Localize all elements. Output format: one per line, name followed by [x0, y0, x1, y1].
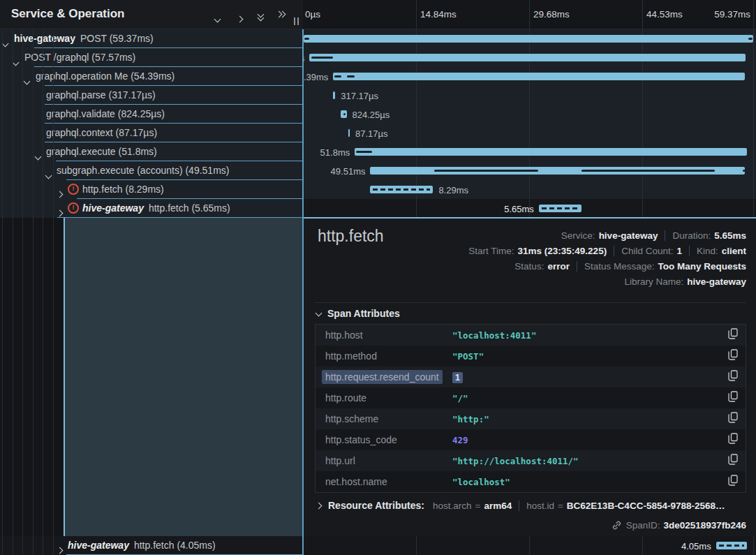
error-icon: ! [68, 184, 79, 195]
selected-span-region [64, 218, 303, 536]
tree-row[interactable]: graphql.execute (51.8ms) [0, 142, 303, 161]
span-bar[interactable] [539, 205, 581, 212]
chevron-down-icon[interactable] [3, 36, 8, 49]
span-bar[interactable] [370, 167, 745, 175]
span-bar[interactable] [333, 73, 745, 80]
duration-label: 824.25µs [353, 110, 390, 120]
meta-library: Library Name:hive-gateway [624, 276, 746, 287]
copy-icon[interactable] [720, 433, 746, 447]
duration-label: 5.65ms [504, 204, 534, 214]
duration-label: 317.17µs [341, 91, 378, 101]
tick-label: 59.37ms [714, 9, 750, 20]
meta-service: Service:hive-gateway [561, 230, 658, 241]
attribute-row[interactable]: http.url"http://localhost:4011/" [316, 450, 746, 471]
span-label: graphql.context (87.17µs) [46, 124, 157, 142]
copy-icon[interactable] [720, 454, 746, 468]
chevron-down-icon[interactable] [36, 149, 40, 162]
panel-header: Service & Operation [0, 0, 303, 29]
tree-row[interactable]: graphql.parse (317.17µs) [0, 86, 303, 105]
span-label: graphql.parse (317.17µs) [46, 86, 156, 104]
trace-viewer: 0µs 14.84ms 29.68ms 44.53ms 59.37ms 57.5… [0, 0, 756, 555]
panel-divider[interactable] [302, 29, 304, 555]
span-label: graphql.validate (824.25µs) [46, 105, 165, 123]
service-name: hive-gateway [82, 202, 144, 214]
tree-row[interactable]: subgraph.execute (accounts) (49.51ms) [0, 161, 303, 180]
duration-label: 4.05ms [681, 541, 711, 552]
duration-label: 49.51ms [331, 166, 366, 177]
span-label: subgraph.execute (accounts) (49.51ms) [57, 161, 229, 179]
tree-row[interactable]: graphql.validate (824.25µs) [0, 105, 303, 124]
duration-label: 51.8ms [320, 147, 350, 158]
attribute-row[interactable]: http.host"localhost:4011" [316, 325, 746, 346]
chevron-down-icon[interactable] [13, 55, 18, 68]
span-bar[interactable] [348, 129, 350, 137]
span-attributes-header[interactable]: Span Attributes [316, 308, 400, 319]
meta-status-message: Status Message:Too Many Requests [584, 261, 746, 272]
copy-icon[interactable] [720, 475, 746, 489]
chevron-right-icon[interactable] [57, 187, 62, 200]
tree-row[interactable]: graphql.context (87.17µs) [0, 124, 303, 142]
chevron-down-icon [316, 310, 323, 317]
tree-row-selected[interactable]: ! hive-gatewayhttp.fetch (5.65ms) [0, 199, 303, 218]
resize-handle[interactable] [294, 17, 300, 25]
span-bar[interactable] [304, 35, 753, 43]
error-icon: ! [68, 202, 79, 214]
resource-attr: host.id=BC62E13B-C4CC-5854-9788-2568… [526, 501, 725, 511]
chevron-right-icon[interactable] [237, 12, 249, 22]
span-label: POST (59.37ms) [80, 33, 154, 44]
double-chevron-right-icon[interactable] [276, 12, 288, 22]
span-label: http.fetch (8.29ms) [82, 180, 164, 198]
copy-icon[interactable] [720, 328, 746, 342]
meta-child-count: Child Count:1 [621, 246, 682, 256]
attribute-row[interactable]: http.route"/" [316, 387, 746, 408]
attribute-row[interactable]: net.host.name"localhost" [316, 471, 746, 492]
copy-icon[interactable] [720, 391, 746, 405]
span-bar[interactable] [333, 91, 335, 99]
duration-label: 87.17µs [355, 128, 388, 139]
span-bar[interactable] [716, 542, 747, 549]
copy-icon[interactable] [720, 412, 746, 426]
span-bar[interactable] [355, 148, 747, 156]
tree-row[interactable]: hive-gatewayPOST (59.37ms) [0, 29, 303, 48]
chevron-down-icon[interactable] [24, 74, 29, 87]
attribute-row[interactable]: http.status_code429 [316, 429, 746, 450]
meta-status: Status:error [514, 261, 570, 272]
service-name: hive-gateway [14, 33, 75, 44]
tick-label: 0µs [305, 9, 320, 20]
span-label: graphql.execute (51.8ms) [46, 142, 157, 161]
span-bar[interactable] [309, 54, 745, 61]
tree-row[interactable]: graphql.operation Me (54.39ms) [0, 67, 303, 86]
attribute-row[interactable]: http.request.resend_count1 [316, 367, 746, 387]
tick-label: 44.53ms [646, 9, 683, 20]
duration-label: 8.29ms [438, 185, 468, 195]
span-bar[interactable] [370, 186, 433, 193]
chevron-right-icon[interactable] [57, 543, 62, 555]
service-name: hive-gateway [68, 540, 129, 551]
chevron-down-icon[interactable] [215, 12, 226, 22]
tick-label: 14.84ms [420, 9, 457, 20]
link-icon[interactable] [612, 520, 622, 531]
span-meta: Service:hive-gateway Duration:5.65ms Sta… [468, 228, 746, 289]
copy-icon[interactable] [720, 370, 746, 384]
chevron-down-icon[interactable] [46, 168, 51, 181]
span-label: graphql.operation Me (54.39ms) [36, 67, 175, 85]
span-detail-panel: http.fetch Service:hive-gateway Duration… [304, 217, 756, 536]
span-label: http.fetch (4.05ms) [134, 540, 216, 551]
meta-kind: Kind:client [697, 246, 746, 256]
divider [315, 302, 746, 303]
span-bar[interactable] [341, 110, 347, 118]
double-chevron-down-icon[interactable] [258, 12, 269, 22]
resource-attributes-row[interactable]: Resource Attributes: host.arch=arm64 hos… [316, 500, 725, 511]
span-title: http.fetch [318, 227, 384, 246]
copy-icon[interactable] [720, 349, 746, 363]
attribute-row[interactable]: http.method"POST" [316, 346, 746, 367]
attributes-table: http.host"localhost:4011" http.method"PO… [315, 324, 746, 493]
tree-row[interactable]: POST /graphql (57.57ms) [0, 48, 303, 67]
span-label: POST /graphql (57.57ms) [24, 48, 135, 66]
tree-row[interactable]: hive-gatewayhttp.fetch (4.05ms) [0, 536, 303, 555]
chevron-right-icon [316, 502, 323, 509]
tick-label: 29.68ms [533, 9, 570, 20]
meta-start-time: Start Time:31ms (23:35:49.225) [468, 246, 607, 256]
attribute-row[interactable]: http.scheme"http:" [316, 408, 746, 429]
tree-row[interactable]: ! http.fetch (8.29ms) [0, 180, 303, 199]
